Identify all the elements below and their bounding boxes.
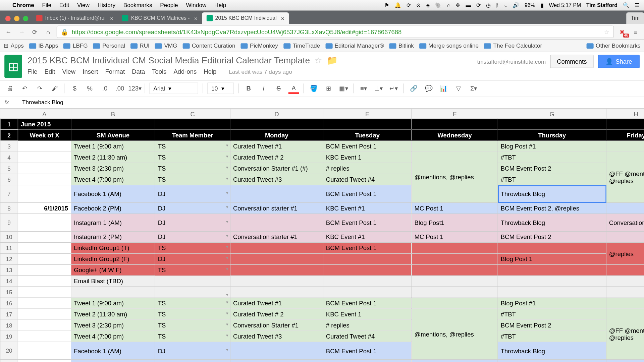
cell[interactable] bbox=[71, 119, 155, 130]
cell[interactable] bbox=[412, 119, 498, 130]
mac-menu-file[interactable]: File bbox=[42, 2, 51, 8]
column-header[interactable]: G bbox=[498, 109, 606, 119]
minimize-window-button[interactable] bbox=[14, 16, 19, 21]
cell[interactable]: BCM Event Post 2, @replies bbox=[498, 360, 606, 362]
cell[interactable] bbox=[323, 287, 412, 298]
mac-menu-bookmarks[interactable]: Bookmarks bbox=[123, 2, 152, 8]
close-window-button[interactable] bbox=[5, 16, 11, 21]
cell[interactable]: KBC Event 1 bbox=[323, 309, 412, 320]
cell[interactable]: Conversation Starter #1 (#) bbox=[230, 163, 323, 174]
menubar-icon[interactable]: ⊘ bbox=[416, 2, 421, 8]
cell[interactable]: Facebook 1 (AM) bbox=[71, 342, 155, 360]
bookmark-item[interactable]: LBFG bbox=[63, 43, 88, 49]
cell[interactable]: Throwback Blog bbox=[498, 185, 606, 203]
cell[interactable]: TS bbox=[155, 298, 230, 309]
cell[interactable]: Instagram 2 (PM) bbox=[71, 231, 155, 242]
mac-menu-window[interactable]: Window bbox=[186, 2, 206, 8]
cell[interactable]: @mentions, @replies bbox=[412, 309, 498, 360]
strikethrough-icon[interactable]: S bbox=[273, 83, 284, 94]
cell[interactable]: Tweet 4 (7:00 pm) bbox=[71, 174, 155, 185]
cell[interactable]: #TBT bbox=[498, 152, 606, 163]
bookmark-item[interactable]: ⊞Apps bbox=[4, 43, 24, 49]
back-button[interactable]: ← bbox=[4, 27, 13, 37]
cell[interactable]: BCM Event Post 1 bbox=[323, 342, 412, 360]
cell[interactable] bbox=[230, 276, 323, 287]
cell[interactable] bbox=[18, 342, 71, 360]
cell[interactable] bbox=[18, 276, 71, 287]
cell[interactable]: #TBT bbox=[498, 309, 606, 320]
bookmark-item[interactable]: Content Curation bbox=[182, 43, 235, 49]
cell[interactable]: Tweet 3 (2:30 pm) bbox=[71, 320, 155, 331]
browser-tab[interactable]: KBC BCM CM Matrices -× bbox=[118, 12, 202, 24]
row-header[interactable]: 4 bbox=[0, 152, 18, 163]
cell[interactable] bbox=[323, 253, 412, 264]
cell[interactable]: BCM Event Post 2 bbox=[498, 163, 606, 174]
cell[interactable] bbox=[606, 119, 644, 130]
menubar-icon[interactable]: ⟳ bbox=[407, 2, 411, 8]
reload-button[interactable]: ⟳ bbox=[30, 27, 40, 37]
bookmark-star-icon[interactable]: ☆ bbox=[604, 28, 610, 35]
cell[interactable]: Blog Post 1 bbox=[498, 253, 606, 264]
cell[interactable]: #TBT bbox=[498, 331, 606, 342]
column-header[interactable] bbox=[0, 109, 18, 119]
cell[interactable]: TS bbox=[155, 264, 230, 276]
cell[interactable] bbox=[18, 264, 71, 276]
cell[interactable]: BCM Event Post 1 bbox=[323, 242, 412, 253]
browser-tab[interactable]: 2015 KBC BCM Individual× bbox=[202, 12, 289, 24]
cell[interactable]: Curated Tweet #1 bbox=[230, 298, 323, 309]
row-header[interactable]: 8 bbox=[0, 203, 18, 214]
cell[interactable] bbox=[498, 242, 606, 253]
cell[interactable]: Blog Post1 bbox=[412, 214, 498, 232]
cell[interactable] bbox=[230, 214, 323, 232]
cell[interactable] bbox=[606, 264, 644, 276]
spotlight-icon[interactable]: 🔍 bbox=[623, 2, 630, 8]
column-header[interactable]: C bbox=[155, 109, 230, 119]
cell[interactable]: MC Post 1 bbox=[412, 203, 498, 214]
cell[interactable]: 6/8/2015 bbox=[18, 360, 71, 362]
decrease-decimal-icon[interactable]: .0 bbox=[100, 83, 110, 94]
cell[interactable] bbox=[155, 287, 230, 298]
cell[interactable] bbox=[18, 298, 71, 309]
cell[interactable] bbox=[606, 360, 644, 362]
cell[interactable]: KBC Event #1 bbox=[323, 203, 412, 214]
close-tab-icon[interactable]: × bbox=[110, 15, 113, 21]
row-header[interactable]: 9 bbox=[0, 214, 18, 232]
mac-menu-history[interactable]: History bbox=[98, 2, 115, 8]
cell[interactable]: MC Post 1 bbox=[412, 360, 498, 362]
insert-comment-icon[interactable]: 💬 bbox=[423, 83, 434, 94]
column-header[interactable]: B bbox=[71, 109, 155, 119]
cell[interactable] bbox=[230, 185, 323, 203]
cell[interactable]: Thursday bbox=[498, 130, 606, 141]
functions-icon[interactable]: Σ▾ bbox=[468, 83, 479, 94]
cell[interactable] bbox=[18, 163, 71, 174]
font-size-select[interactable]: 10▾ bbox=[207, 83, 234, 94]
cell[interactable]: DJ bbox=[155, 214, 230, 232]
row-header[interactable]: 3 bbox=[0, 141, 18, 152]
cell[interactable]: BCM Event Post 2 bbox=[498, 231, 606, 242]
cell[interactable]: Conversation starter #1 bbox=[230, 360, 323, 362]
cell[interactable] bbox=[498, 287, 606, 298]
cell[interactable]: Curated Tweet # 2 bbox=[230, 309, 323, 320]
cell[interactable]: Facebook 1 (AM) bbox=[71, 185, 155, 203]
column-header[interactable]: D bbox=[230, 109, 323, 119]
notification-center-icon[interactable]: ☰ bbox=[635, 2, 640, 8]
cell[interactable]: @FF @mentions @replies bbox=[606, 152, 644, 203]
cell[interactable]: Throwback Blog bbox=[498, 214, 606, 232]
doc-menu-help[interactable]: Help bbox=[204, 68, 216, 75]
doc-menu-tools[interactable]: Tools bbox=[152, 68, 166, 75]
cell[interactable]: Tweet 2 (11:30 am) bbox=[71, 152, 155, 163]
cell[interactable]: Curated Tweet #4 bbox=[323, 331, 412, 342]
text-color-icon[interactable]: A bbox=[288, 83, 299, 94]
star-icon[interactable]: ☆ bbox=[314, 55, 322, 66]
share-button[interactable]: 👤Share bbox=[598, 55, 639, 68]
cell[interactable] bbox=[18, 174, 71, 185]
row-header[interactable]: 6 bbox=[0, 174, 18, 185]
home-button[interactable]: ⌂ bbox=[43, 27, 53, 37]
cell[interactable]: Curated Tweet # 2 bbox=[230, 152, 323, 163]
cell[interactable] bbox=[606, 276, 644, 287]
row-header[interactable]: 13 bbox=[0, 264, 18, 276]
format-number-button[interactable]: 123▾ bbox=[129, 83, 140, 94]
row-header[interactable]: 11 bbox=[0, 242, 18, 253]
cell[interactable] bbox=[412, 242, 498, 253]
row-header[interactable]: 15 bbox=[0, 287, 18, 298]
